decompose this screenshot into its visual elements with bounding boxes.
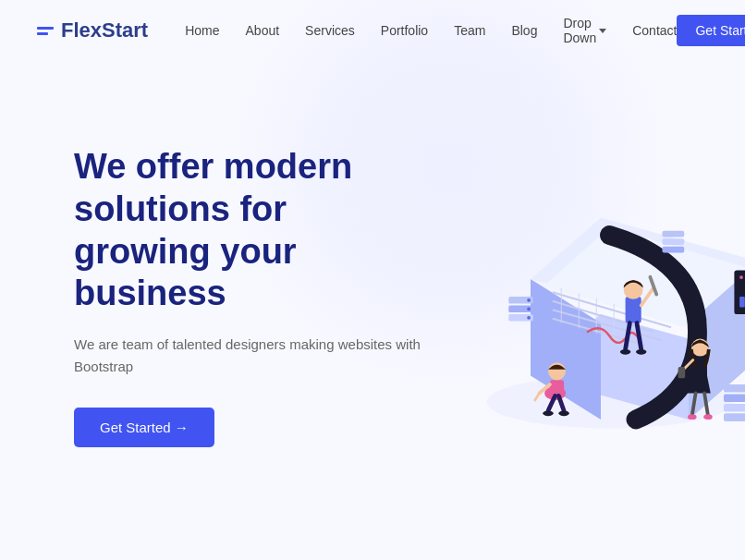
svg-point-38 (688, 414, 697, 420)
nav-portfolio[interactable]: Portfolio (381, 23, 428, 38)
hero-svg (425, 121, 745, 472)
chevron-down-icon (599, 29, 606, 33)
hero-subtitle: We are team of talented designers making… (74, 334, 425, 378)
svg-point-43 (527, 298, 531, 302)
svg-rect-55 (739, 297, 745, 307)
nav-team[interactable]: Team (454, 23, 485, 38)
nav-about[interactable]: About (246, 23, 280, 38)
svg-rect-49 (724, 413, 745, 421)
logo-icon (37, 27, 54, 35)
svg-point-30 (636, 349, 646, 355)
svg-point-21 (543, 411, 553, 417)
hero-cta-button[interactable]: Get Started → (74, 408, 214, 447)
nav-links: Home About Services Portfolio Team Blog … (185, 16, 677, 45)
svg-rect-15 (550, 380, 564, 396)
svg-point-22 (558, 411, 568, 417)
nav-cta-button[interactable]: Get Started (677, 15, 745, 46)
svg-point-44 (527, 307, 531, 310)
hero-illustration (425, 103, 745, 491)
svg-rect-61 (663, 238, 685, 245)
svg-rect-62 (663, 247, 685, 253)
hero-text: We offer modern solutions for growing yo… (74, 146, 425, 446)
logo[interactable]: FlexStart (37, 18, 148, 43)
svg-point-58 (739, 275, 743, 279)
svg-rect-23 (626, 297, 641, 323)
nav-services[interactable]: Services (305, 23, 355, 38)
svg-rect-35 (678, 367, 686, 378)
svg-rect-46 (724, 384, 745, 393)
nav-home[interactable]: Home (185, 23, 219, 38)
svg-rect-60 (663, 231, 685, 237)
nav-contact[interactable]: Contact (632, 23, 677, 38)
svg-point-45 (527, 316, 531, 320)
nav-blog[interactable]: Blog (511, 23, 537, 38)
brand-name: FlexStart (61, 18, 148, 43)
svg-rect-47 (724, 394, 745, 402)
svg-point-39 (703, 414, 713, 420)
hero-section: We offer modern solutions for growing yo… (0, 61, 745, 523)
nav-dropdown[interactable]: Drop Down (563, 16, 606, 45)
svg-point-29 (620, 349, 630, 355)
hero-title: We offer modern solutions for growing yo… (74, 146, 425, 314)
navbar: FlexStart Home About Services Portfolio … (0, 0, 745, 61)
svg-rect-48 (724, 404, 745, 412)
